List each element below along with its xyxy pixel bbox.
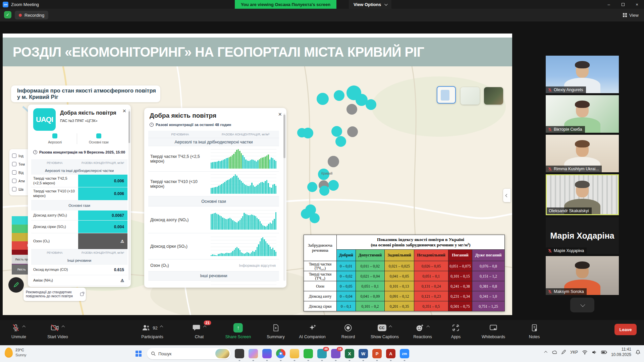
card-scrollbar[interactable] xyxy=(283,113,285,281)
taskbar-app-whatsapp[interactable] xyxy=(304,349,313,358)
chevron-up-icon[interactable] xyxy=(389,325,392,328)
recommendation-tooltip[interactable]: Рекомендації до стандартних повідомлень … xyxy=(23,288,86,301)
tray-expand-icon[interactable] xyxy=(544,351,547,354)
bar xyxy=(262,158,263,168)
taskbar-app-messenger[interactable]: 48 xyxy=(317,349,327,358)
card-scrollbar[interactable] xyxy=(128,109,130,280)
monitoring-station-marker[interactable] xyxy=(331,126,342,137)
toolbar-chat[interactable]: 21Chat xyxy=(192,323,207,339)
index-range-value: 0 – 0,01 xyxy=(337,261,356,271)
toggle-main-gases[interactable]: Основні гази xyxy=(77,133,121,144)
chevron-up-icon[interactable] xyxy=(203,325,207,328)
close-button[interactable]: × xyxy=(630,0,644,9)
bar xyxy=(224,218,225,230)
minimize-button[interactable]: – xyxy=(602,0,616,9)
toolbar-start-video[interactable]: Start Video xyxy=(47,323,68,339)
bars xyxy=(211,149,276,169)
participant-tile[interactable]: Вікторія Скиба xyxy=(546,95,619,133)
chevron-up-icon[interactable] xyxy=(427,325,430,328)
battery-icon[interactable] xyxy=(601,350,607,355)
participant-tile[interactable]: Maksym Soroka xyxy=(546,256,619,295)
toolbar-share-screen[interactable]: ↑Share Screen xyxy=(225,323,251,339)
toolbar-participants[interactable]: 92Participants xyxy=(141,323,163,339)
chevron-up-icon[interactable] xyxy=(62,325,65,328)
monitoring-station-marker[interactable] xyxy=(328,180,339,191)
index-range-value: 0 – 0,05 xyxy=(337,281,356,291)
map-layer-thumbnail-terrain[interactable] xyxy=(461,87,480,105)
index-range-value: 0,501 – 0,75 xyxy=(448,301,472,311)
toggle-aerosols[interactable]: Аерозолі xyxy=(33,133,77,144)
participant-name: Maksym Soroka xyxy=(554,289,584,294)
taskbar-app-powerpoint[interactable]: P xyxy=(372,349,382,358)
pen-input-icon[interactable] xyxy=(561,350,566,355)
taskbar-app-zoom[interactable]: zm xyxy=(400,349,409,358)
pollutant-row: Озон (O₃)Інформація відсутня xyxy=(148,259,279,272)
toolbar-apps[interactable]: Apps xyxy=(451,323,461,339)
onedrive-icon[interactable] xyxy=(551,350,557,355)
recording-indicator[interactable]: Recording xyxy=(15,11,48,19)
monitoring-station-marker[interactable] xyxy=(334,90,344,101)
wifi-icon[interactable] xyxy=(582,350,588,355)
close-icon[interactable]: × xyxy=(122,108,126,114)
geoportal-map[interactable]: Кривий ІндТемВідАтмШв НД Якість пр Якіст… xyxy=(3,66,512,315)
toolbar-ai-companion[interactable]: AI Companion xyxy=(299,323,325,339)
participant-tile[interactable]: Oleksandr Skakalskyi xyxy=(546,174,619,215)
map-layer-thumbnail-satellite[interactable] xyxy=(484,87,503,105)
toolbar-reactions[interactable]: Reactions xyxy=(413,323,432,339)
index-level-header: Незадовільний xyxy=(414,250,448,261)
bar xyxy=(224,159,225,169)
monitoring-station-marker[interactable] xyxy=(310,213,320,223)
toolbar-record[interactable]: Record xyxy=(341,323,355,339)
view-layout-button[interactable]: View xyxy=(623,11,639,19)
chevron-up-icon[interactable] xyxy=(22,325,26,328)
taskbar-app-store[interactable] xyxy=(262,349,272,358)
chevron-up-icon[interactable] xyxy=(160,325,163,328)
monitoring-station-marker[interactable] xyxy=(307,182,317,192)
taskbar-weather-widget[interactable]: 23°C Sunny xyxy=(5,348,26,358)
taskbar-app-photos[interactable] xyxy=(235,349,244,358)
bar xyxy=(244,254,245,256)
monitoring-station-marker[interactable] xyxy=(346,104,357,115)
bar xyxy=(264,226,265,229)
windows-start-button[interactable] xyxy=(134,349,143,358)
taskbar-app-explorer[interactable] xyxy=(290,349,299,358)
speaker-icon[interactable] xyxy=(592,350,597,355)
monitoring-station-marker[interactable] xyxy=(335,136,346,147)
participant-tile[interactable]: Марія ХодарінаМарія Ходаріна xyxy=(546,217,619,254)
toolbar-summary[interactable]: Summary xyxy=(267,323,284,339)
taskbar-app-acrobat[interactable]: A xyxy=(386,349,395,358)
taskbar-app-excel[interactable]: X xyxy=(345,349,354,358)
view-options-button[interactable]: View Options xyxy=(349,0,391,9)
taskbar-app-chrome[interactable] xyxy=(276,349,285,358)
leave-button[interactable]: Leave xyxy=(614,324,637,335)
toolbar-show-captions[interactable]: CCShow Captions xyxy=(371,323,399,339)
taskbar-app-viber[interactable]: 16 xyxy=(331,349,340,358)
map-layer-thumbnail-scheme[interactable] xyxy=(437,86,456,104)
more-participants-button[interactable] xyxy=(570,298,594,312)
monitoring-station-marker[interactable] xyxy=(366,99,376,110)
panel-collapse-button[interactable] xyxy=(503,189,511,202)
taskbar-search[interactable]: Пошук xyxy=(147,348,231,359)
language-indicator[interactable]: УКР xyxy=(570,350,578,355)
edit-pencil-button[interactable] xyxy=(8,277,24,293)
bar xyxy=(247,186,248,193)
notifications-bell-icon[interactable] xyxy=(635,350,641,355)
toolbar-whiteboards[interactable]: Whiteboards xyxy=(482,323,505,339)
toolbar-unmute[interactable]: Unmute xyxy=(11,323,26,339)
maximize-button[interactable] xyxy=(616,0,630,9)
security-shield-icon[interactable]: ✓ xyxy=(4,11,11,18)
monitoring-station-marker[interactable] xyxy=(347,126,358,137)
monitoring-station-marker[interactable] xyxy=(317,93,329,105)
participant-tile[interactable]: Olexiy Angurets xyxy=(546,56,619,93)
monitoring-station-marker[interactable] xyxy=(297,128,307,137)
monitoring-station-marker[interactable] xyxy=(319,186,329,196)
close-icon[interactable]: × xyxy=(278,111,282,117)
toolbar-notes[interactable]: Notes xyxy=(529,323,540,339)
table-header-row: РЕЧОВИНАРАЗОВА КОНЦЕНТРАЦІЯ, мг/м³ xyxy=(31,159,127,167)
column-substance: РЕЧОВИНА xyxy=(31,251,78,254)
taskbar-clock[interactable]: 11:41 10.09.2025 xyxy=(611,347,631,357)
taskbar-app-word[interactable]: W xyxy=(359,349,368,358)
participant-tile[interactable]: Rimma Kushtym Ukrai... xyxy=(546,135,619,172)
taskbar-app-copilot[interactable] xyxy=(249,349,258,358)
monitoring-station-marker[interactable] xyxy=(328,156,339,167)
